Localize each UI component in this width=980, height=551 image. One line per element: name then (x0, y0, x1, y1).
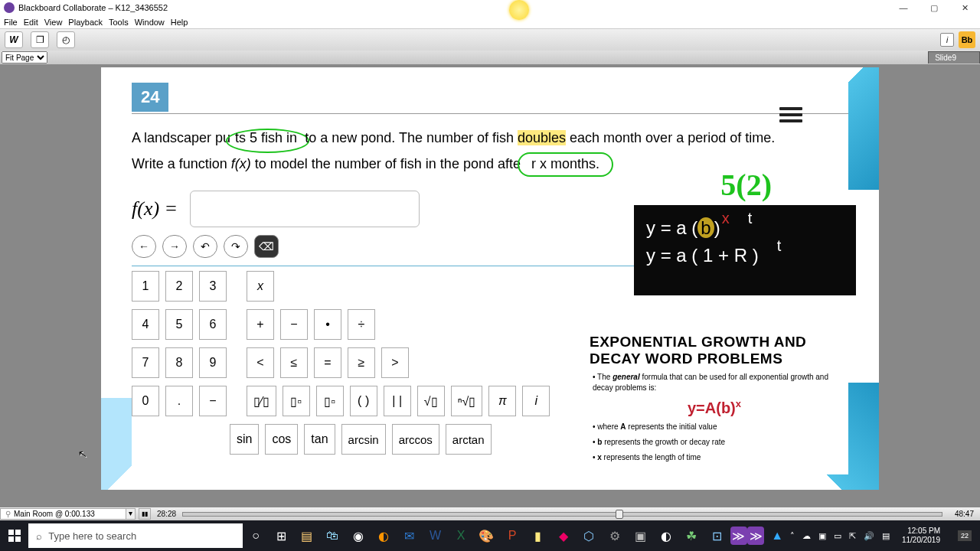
key-2[interactable]: 2 (165, 271, 193, 302)
undo-button[interactable]: ↶ (193, 235, 217, 258)
globe-icon[interactable]: ◴ (57, 31, 75, 48)
key-1[interactable]: 1 (132, 271, 159, 302)
notification-icon[interactable]: 22 (952, 520, 977, 551)
search-input[interactable]: ⌕ Type here to search (28, 523, 243, 548)
excel-icon[interactable]: X (448, 520, 474, 551)
room-dropdown-icon[interactable]: ▾ (126, 508, 136, 520)
key-arccos[interactable]: arccos (392, 424, 439, 455)
nav-left-button[interactable]: ← (132, 235, 156, 258)
menu-file[interactable]: File (4, 18, 18, 27)
key-nroot[interactable]: ⁿ√▯ (451, 386, 483, 416)
backspace-button[interactable]: ⌫ (254, 235, 279, 258)
key-parens[interactable]: ( ) (350, 386, 377, 416)
menu-window[interactable]: Window (135, 18, 165, 27)
app-icon-4[interactable]: ▣ (628, 520, 654, 551)
key-plus[interactable]: + (247, 309, 274, 340)
pause-button[interactable]: ▮▮ (139, 508, 151, 520)
chrome-icon[interactable]: ◉ (345, 520, 371, 551)
key-sqrt[interactable]: √▯ (417, 386, 445, 416)
answer-input[interactable] (190, 191, 420, 227)
key-divide[interactable]: ÷ (348, 309, 375, 340)
key-cos[interactable]: cos (265, 424, 298, 455)
key-arcsin[interactable]: arcsin (341, 424, 386, 455)
tray-up-icon[interactable]: ˄ (790, 531, 795, 541)
key-6[interactable]: 6 (199, 309, 227, 340)
menu-view[interactable]: View (44, 18, 63, 27)
key-subscript[interactable]: ▯▫ (316, 386, 344, 416)
nav-right-button[interactable]: → (162, 235, 187, 258)
app-icon-2[interactable]: ⬡ (577, 520, 603, 551)
key-eq[interactable]: = (314, 347, 341, 378)
tray-battery-icon[interactable]: ▭ (834, 531, 841, 541)
paint-icon[interactable]: 🎨 (474, 520, 500, 551)
redo-button[interactable]: ↷ (224, 235, 248, 258)
menu-tools[interactable]: Tools (109, 18, 129, 27)
key-abs[interactable]: | | (384, 386, 411, 416)
powerpoint-icon[interactable]: P (499, 520, 525, 551)
tray-volume-icon[interactable]: 🔊 (864, 531, 874, 541)
maximize-button[interactable]: ▢ (919, 0, 949, 15)
key-5[interactable]: 5 (165, 309, 193, 340)
firefox-icon[interactable]: ◐ (371, 520, 397, 551)
seek-track[interactable] (182, 512, 942, 517)
menu-playback[interactable]: Playback (68, 18, 103, 27)
app-icon-6[interactable]: ☘ (679, 520, 705, 551)
key-arctan[interactable]: arctan (446, 424, 492, 455)
key-le[interactable]: ≤ (280, 347, 308, 378)
menu-help[interactable]: Help (171, 18, 188, 27)
key-9[interactable]: 9 (199, 347, 227, 378)
app-icon-10[interactable]: ▲ (764, 520, 790, 551)
clock[interactable]: 12:05 PM 11/20/2019 (897, 527, 945, 545)
app-icon-1[interactable]: ◆ (550, 520, 577, 551)
app-icon-3[interactable]: ⚙ (602, 520, 628, 551)
notes-icon[interactable]: ▮ (525, 520, 551, 551)
outlook-icon[interactable]: ✉ (397, 520, 423, 551)
key-neg[interactable]: − (199, 386, 227, 416)
room-select[interactable]: Main Room @ 0:00.133 (0, 508, 126, 520)
tray-app-icon[interactable]: ▣ (818, 531, 826, 541)
tray-wifi-icon[interactable]: ⇱ (849, 531, 856, 541)
key-7[interactable]: 7 (132, 347, 159, 378)
key-i[interactable]: i (522, 386, 550, 416)
close-button[interactable]: ✕ (949, 0, 980, 15)
menu-edit[interactable]: Edit (24, 18, 38, 27)
scrollbar-track[interactable] (0, 64, 6, 507)
key-0[interactable]: 0 (132, 386, 159, 416)
key-4[interactable]: 4 (132, 309, 159, 340)
taskview-icon[interactable]: ⊞ (269, 520, 295, 551)
key-3[interactable]: 3 (199, 271, 227, 302)
cortana-icon[interactable]: ○ (243, 520, 269, 551)
key-dot-op[interactable]: • (314, 309, 341, 340)
app-icon-8[interactable]: ≫ (730, 527, 747, 545)
key-ge[interactable]: ≥ (348, 347, 375, 378)
scrollbar-thumb[interactable] (0, 64, 6, 507)
key-lt[interactable]: < (247, 347, 274, 378)
slide-name-tab[interactable]: Slide9 (928, 51, 980, 64)
info-icon[interactable]: i (940, 33, 954, 47)
zoom-select[interactable]: Fit Page (2, 51, 47, 64)
app-icon-5[interactable]: ◐ (653, 520, 679, 551)
key-power[interactable]: ▯▫ (283, 386, 310, 416)
key-8[interactable]: 8 (165, 347, 193, 378)
tray-cloud-icon[interactable]: ☁ (802, 531, 811, 541)
explorer-icon[interactable]: ▤ (294, 520, 320, 551)
key-sin[interactable]: sin (230, 424, 259, 455)
key-fraction[interactable]: ▯⁄▯ (247, 386, 276, 416)
store-icon[interactable]: 🛍 (320, 520, 346, 551)
key-tan[interactable]: tan (304, 424, 335, 455)
app-icon-9[interactable]: ≫ (747, 527, 764, 545)
word-icon[interactable]: W (423, 520, 449, 551)
copy-icon[interactable]: ❐ (31, 31, 49, 48)
key-pi[interactable]: π (488, 386, 516, 416)
key-minus[interactable]: − (280, 309, 308, 340)
start-button[interactable] (0, 520, 28, 551)
key-x[interactable]: x (247, 271, 274, 302)
hamburger-icon[interactable] (779, 104, 802, 126)
key-gt[interactable]: > (381, 347, 409, 378)
minimize-button[interactable]: — (888, 0, 919, 15)
app-icon-7[interactable]: ⊡ (704, 520, 730, 551)
whiteboard-icon[interactable]: W (5, 31, 23, 48)
seek-knob[interactable] (616, 510, 623, 519)
tray-lang-icon[interactable]: ▤ (882, 531, 890, 541)
key-decimal[interactable]: . (165, 386, 193, 416)
